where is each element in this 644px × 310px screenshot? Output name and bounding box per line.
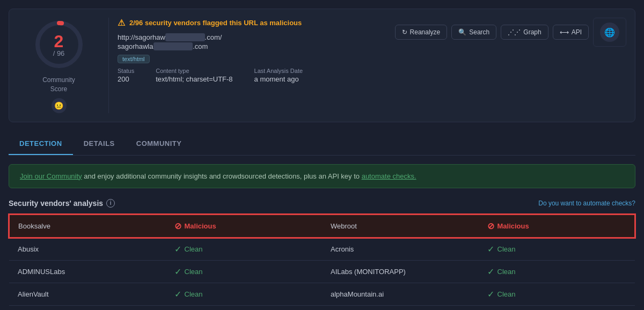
search-icon: 🔍 [458,28,466,36]
tab-details[interactable]: DETAILS [73,133,126,155]
info-icon[interactable]: i [106,199,115,208]
check-icon: ✓ [487,267,494,277]
last-analysis-meta: Last Analysis Date a moment ago [254,68,303,83]
reanalyze-icon: ↻ [402,28,407,36]
status-label-left: Clean [185,290,203,298]
warn-icon: ⊘ [174,221,181,231]
url-blurred-1: ████████ [165,33,205,41]
table-row: Abusix✓CleanAcronis✓Clean [9,238,635,261]
community-score-label: CommunityScore [42,76,75,94]
score-denominator: / 96 [53,49,65,57]
alert-banner: ⚠ 2/96 security vendors flagged this URL… [118,18,395,28]
graph-label: Graph [523,28,541,36]
vendor-name-right: AILabs (MONITORAPP) [322,260,479,283]
score-circle: 2 / 96 [32,18,86,71]
main-container: 2 / 96 CommunityScore 😐 ⚠ 2/96 security … [0,0,644,310]
vendor-name-left: ADMINUSLabs [9,260,166,283]
action-buttons: ↻ Reanalyze 🔍 Search ⋰⋰ Graph ⟷ API [395,18,626,47]
vendors-title-text: Security vendors' analysis [9,199,103,208]
last-analysis-widget: 🌐 [593,18,626,47]
table-row: AlienVault✓CleanalphaMountain.ai✓Clean [9,283,635,305]
table-row: ADMINUSLabs✓CleanAILabs (MONITORAPP)✓Cle… [9,260,635,283]
content-type-meta: Content type text/html; charset=UTF-8 [156,68,232,83]
vendor-name-right: Webroot [322,215,479,238]
vendors-table: Booksalve⊘MaliciousWebroot⊘MaliciousAbus… [9,214,635,310]
vendors-title: Security vendors' analysis i [9,199,115,208]
community-face-icon: 😐 [52,98,67,113]
banner-middle-text: and enjoy additional community insights … [84,172,361,180]
check-icon: ✓ [487,244,494,254]
status-value: 200 [118,75,134,83]
top-card: 2 / 96 CommunityScore 😐 ⚠ 2/96 security … [9,9,635,122]
search-label: Search [469,28,489,36]
vendor-status-left: ✓Clean [166,238,323,261]
alert-icon: ⚠ [118,18,125,28]
status-meta: Status 200 [118,68,134,83]
content-tag: text/html [118,55,150,63]
content-type-value: text/html; charset=UTF-8 [156,75,232,83]
vendors-header: Security vendors' analysis i Do you want… [9,199,635,208]
url-line2: sagorhawla████████.com [118,42,395,50]
api-label: API [572,28,582,36]
status-label-left: Malicious [185,222,216,230]
url-tag: text/html [118,51,395,63]
vendor-status-left: ⊘Malicious [166,215,323,238]
graph-icon: ⋰⋰ [508,28,521,36]
alert-text: 2/96 security vendors flagged this URL a… [129,19,302,27]
automate-checks-link[interactable]: automate checks. [362,172,416,180]
status-label: Status [118,68,134,74]
vendor-status-right: ✓Clean [479,260,635,283]
table-row: Antiy-AVL✓CleanArtists Against 419✓Clean [9,305,635,310]
reanalyze-label: Reanalyze [410,28,441,36]
status-label-right: Clean [497,268,516,276]
check-icon: ✓ [487,289,494,299]
vendor-status-right: ✓Clean [479,238,635,261]
graph-button[interactable]: ⋰⋰ Graph [501,25,548,40]
score-section: 2 / 96 CommunityScore 😐 [18,18,109,113]
automate-link[interactable]: Do you want to automate checks? [538,200,635,207]
status-label-left: Clean [185,245,203,253]
meta-row: Status 200 Content type text/html; chars… [118,68,395,83]
last-analysis-icon: 🌐 [600,23,619,42]
community-banner: Join our Community and enjoy additional … [9,164,635,188]
content-type-label: Content type [156,68,232,74]
vendor-name-left: Antiy-AVL [9,305,166,310]
table-row: Booksalve⊘MaliciousWebroot⊘Malicious [9,215,635,238]
vendor-status-left: ✓Clean [166,283,323,305]
tab-detection[interactable]: DETECTION [9,133,73,155]
join-community-link[interactable]: Join our Community [20,172,82,180]
vendor-name-left: AlienVault [9,283,166,305]
status-label-right: Clean [497,290,516,298]
check-icon: ✓ [174,267,181,277]
api-icon: ⟷ [560,28,569,36]
vendor-status-right: ✓Clean [479,305,635,310]
vendor-status-right: ✓Clean [479,283,635,305]
warn-icon: ⊘ [487,221,494,231]
vendor-name-left: Booksalve [9,215,166,238]
last-analysis-value: a moment ago [254,75,303,83]
vendor-name-left: Abusix [9,238,166,261]
reanalyze-button[interactable]: ↻ Reanalyze [395,25,448,40]
vendor-status-left: ✓Clean [166,260,323,283]
tabs-bar: DETECTION DETAILS COMMUNITY [9,133,635,156]
vendor-status-left: ✓Clean [166,305,323,310]
top-card-header: ⚠ 2/96 security vendors flagged this URL… [118,18,626,83]
score-numerator: 2 [53,33,65,50]
search-button[interactable]: 🔍 Search [451,25,496,40]
score-number: 2 / 96 [53,33,65,57]
vendor-name-right: Artists Against 419 [322,305,479,310]
status-label-right: Malicious [497,222,529,230]
top-card-right: ⚠ 2/96 security vendors flagged this URL… [118,18,626,113]
url-section: http://sagorhaw████████.com/ sagorhawla█… [118,33,395,63]
tab-community[interactable]: COMMUNITY [126,133,193,155]
status-label-right: Clean [497,245,516,253]
api-button[interactable]: ⟷ API [553,25,589,40]
vendor-status-right: ⊘Malicious [479,215,635,238]
status-label-left: Clean [185,268,203,276]
check-icon: ✓ [174,289,181,299]
url-blurred-2: ████████ [153,42,193,50]
last-analysis-label: Last Analysis Date [254,68,303,74]
vendor-name-right: Acronis [322,238,479,261]
vendor-name-right: alphaMountain.ai [322,283,479,305]
url-line1: http://sagorhaw████████.com/ [118,33,395,41]
